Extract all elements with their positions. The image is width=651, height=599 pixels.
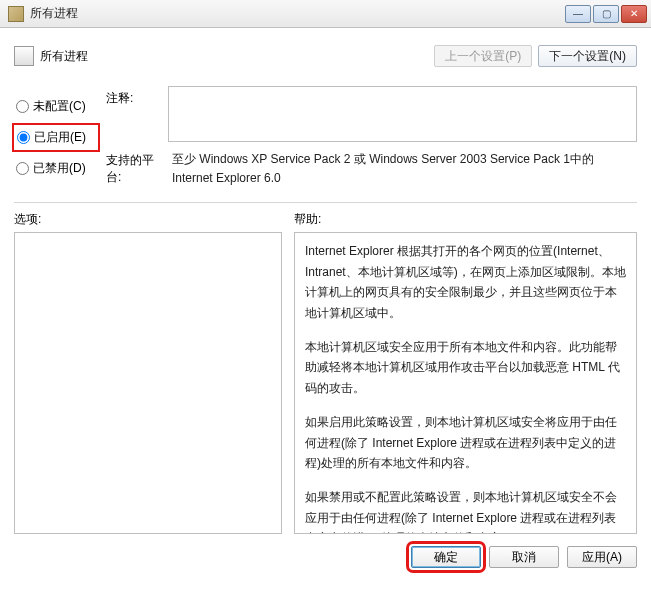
titlebar: 所有进程 — ▢ ✕ xyxy=(0,0,651,28)
interpret-textbox[interactable] xyxy=(168,86,637,142)
help-paragraph: Internet Explorer 根据其打开的各个网页的位置(Internet… xyxy=(305,241,626,323)
config-area: 未配置(C) 已启用(E) 已禁用(D) 注释: 支持的平台: 至少 Windo… xyxy=(14,86,637,196)
ok-button[interactable]: 确定 xyxy=(411,546,481,568)
interpret-label: 注释: xyxy=(106,86,168,107)
platform-label: 支持的平台: xyxy=(106,148,168,186)
apply-button[interactable]: 应用(A) xyxy=(567,546,637,568)
panel-labels: 选项: 帮助: xyxy=(14,211,637,228)
help-label: 帮助: xyxy=(294,211,321,228)
policy-icon xyxy=(14,46,34,66)
page-title: 所有进程 xyxy=(40,48,88,65)
options-label: 选项: xyxy=(14,211,294,228)
dialog-content: 所有进程 上一个设置(P) 下一个设置(N) 未配置(C) 已启用(E) 已禁用… xyxy=(0,28,651,534)
help-box[interactable]: Internet Explorer 根据其打开的各个网页的位置(Internet… xyxy=(294,232,637,534)
help-paragraph: 本地计算机区域安全应用于所有本地文件和内容。此功能帮助减轻将本地计算机区域用作攻… xyxy=(305,337,626,398)
footer: 确定 取消 应用(A) xyxy=(0,534,651,578)
radio-disabled-label: 已禁用(D) xyxy=(33,160,86,177)
minimize-button[interactable]: — xyxy=(565,5,591,23)
divider xyxy=(14,202,637,203)
help-paragraph: 如果禁用或不配置此策略设置，则本地计算机区域安全不会应用于由任何进程(除了 In… xyxy=(305,487,626,534)
radio-enabled[interactable]: 已启用(E) xyxy=(12,123,100,152)
radio-not-configured-label: 未配置(C) xyxy=(33,98,86,115)
window-title: 所有进程 xyxy=(30,5,565,22)
panels: Internet Explorer 根据其打开的各个网页的位置(Internet… xyxy=(14,232,637,534)
cancel-button[interactable]: 取消 xyxy=(489,546,559,568)
header-row: 所有进程 上一个设置(P) 下一个设置(N) xyxy=(14,38,637,74)
next-setting-button[interactable]: 下一个设置(N) xyxy=(538,45,637,67)
platform-text: 至少 Windows XP Service Pack 2 或 Windows S… xyxy=(168,148,637,190)
close-button[interactable]: ✕ xyxy=(621,5,647,23)
window-icon xyxy=(8,6,24,22)
platform-row: 支持的平台: 至少 Windows XP Service Pack 2 或 Wi… xyxy=(106,148,637,190)
radio-group: 未配置(C) 已启用(E) 已禁用(D) xyxy=(14,86,98,196)
radio-not-configured-input[interactable] xyxy=(16,100,29,113)
interpret-row: 注释: xyxy=(106,86,637,142)
maximize-button[interactable]: ▢ xyxy=(593,5,619,23)
radio-disabled[interactable]: 已禁用(D) xyxy=(14,159,98,178)
radio-not-configured[interactable]: 未配置(C) xyxy=(14,97,98,116)
radio-enabled-label: 已启用(E) xyxy=(34,129,86,146)
radio-enabled-input[interactable] xyxy=(17,131,30,144)
prev-setting-button[interactable]: 上一个设置(P) xyxy=(434,45,532,67)
help-paragraph: 如果启用此策略设置，则本地计算机区域安全将应用于由任何进程(除了 Interne… xyxy=(305,412,626,473)
radio-disabled-input[interactable] xyxy=(16,162,29,175)
options-box[interactable] xyxy=(14,232,282,534)
window-controls: — ▢ ✕ xyxy=(565,5,647,23)
right-side: 注释: 支持的平台: 至少 Windows XP Service Pack 2 … xyxy=(106,86,637,196)
